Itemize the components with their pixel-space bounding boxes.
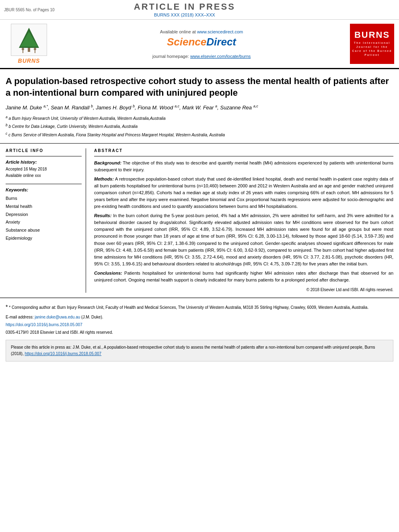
journal-ref-top: JBUR 5565 No. of Pages 10	[4, 8, 55, 12]
affiliation-c: c c Burns Service of Western Australia, …	[6, 131, 393, 138]
footer-notes: * * Corresponding author at: Burn Injury…	[0, 298, 399, 340]
abstract-conclusions: Conclusions: Patients hospitalised for u…	[94, 270, 393, 283]
header-center: Available online at www.sciencedirect.co…	[57, 24, 346, 64]
accepted-date: Accepted 16 May 2018	[6, 166, 82, 173]
affiliation-b: b b Centre for Data Linkage, Curtin Univ…	[6, 123, 393, 130]
article-in-press-title: ARTICLE IN PRESS	[55, 2, 315, 12]
keyword-anxiety: Anxiety	[6, 218, 82, 226]
results-text: In the burn cohort during the 5-year pos…	[94, 213, 393, 266]
top-banner: JBUR 5565 No. of Pages 10 ARTICLE IN PRE…	[0, 0, 399, 20]
email-line: E-mail address: janine.duke@uwa.edu.au (…	[6, 314, 393, 320]
article-main-title: A population-based retrospective cohort …	[6, 76, 393, 99]
left-column: ARTICLE INFO Article history: Accepted 1…	[6, 148, 86, 293]
abstract-heading: ABSTRACT	[94, 148, 393, 153]
corresponding-label: * Corresponding author at:	[9, 305, 56, 310]
journal-homepage: journal homepage: www.elsevier.com/locat…	[152, 54, 251, 59]
keyword-burns: Burns	[6, 195, 82, 203]
abstract-methods: Methods: A retrospective population-base…	[94, 176, 393, 210]
background-label: Background:	[94, 160, 121, 165]
burns-logo: BURNS The International Journal for the …	[350, 24, 394, 64]
star-symbol: *	[6, 304, 8, 310]
keyword-epidemiology: Epidemiology	[6, 234, 82, 242]
elsevier-logo: BURNS	[5, 24, 53, 64]
keyword-depression: Depression	[6, 211, 82, 219]
abstract-divider	[94, 156, 393, 156]
corresponding-author: * * Corresponding author at: Burn Injury…	[6, 302, 393, 312]
sciencedirect-brand: ScienceDirect	[167, 36, 236, 48]
issn-text: 0305-4179/© 2018 Elsevier Ltd and ISBI. …	[6, 329, 393, 336]
journal-homepage-link[interactable]: www.elsevier.com/locate/burns	[190, 54, 251, 59]
doi-link[interactable]: https://doi.org/10.1016/j.burns.2018.05.…	[6, 321, 393, 328]
citation-box: Please cite this article in press as: J.…	[6, 340, 393, 362]
affiliation-a: a a Burn Injury Research Unit, Universit…	[6, 115, 393, 122]
abstract-text: Background: The objective of this study …	[94, 160, 393, 293]
conclusions-text: Patients hospitalised for unintentional …	[94, 271, 393, 282]
authors: Janine M. Duke a,*, Sean M. Randall b, J…	[6, 103, 393, 111]
available-online: Available online xxx	[6, 173, 82, 179]
burns-brand-text: BURNS	[354, 30, 390, 40]
conclusions-label: Conclusions:	[94, 271, 122, 275]
affiliations: a a Burn Injury Research Unit, Universit…	[6, 115, 393, 138]
abstract-background: Background: The objective of this study …	[94, 160, 393, 173]
keyword-mental-health: Mental health	[6, 203, 82, 211]
methods-text: A retrospective population-based cohort …	[94, 177, 393, 209]
keyword-substance-abuse: Substance abuse	[6, 226, 82, 234]
results-label: Results:	[94, 213, 111, 218]
svg-marker-2	[20, 32, 38, 47]
article-history-label: Article history:	[6, 160, 82, 164]
article-info-heading: ARTICLE INFO	[6, 148, 82, 153]
methods-label: Methods:	[94, 177, 114, 181]
header-area: BURNS Available online at www.sciencedir…	[0, 20, 399, 69]
email-label: E-mail address:	[6, 315, 33, 319]
right-column: ABSTRACT Background: The objective of th…	[94, 148, 393, 293]
keywords-label: Keywords:	[6, 187, 82, 192]
sciencedirect-url[interactable]: www.sciencedirect.com	[197, 29, 243, 34]
corresponding-text: Burn Injury Research Unit, Faculty of He…	[57, 305, 368, 310]
keywords-divider	[6, 184, 82, 184]
elsevier-tree-svg	[13, 26, 45, 54]
keywords-section: Keywords: Burns Mental health Depression…	[6, 184, 82, 242]
two-col-section: ARTICLE INFO Article history: Accepted 1…	[0, 144, 399, 298]
abstract-results: Results: In the burn cohort during the 5…	[94, 212, 393, 267]
svg-point-3	[22, 48, 24, 50]
journal-ref-link[interactable]: BURNS XXX (2018) XXX–XXX	[154, 12, 215, 17]
elsevier-brand-text: BURNS	[18, 58, 40, 64]
citation-doi-link[interactable]: https://doi.org/10.1016/j.burns.2018.05.…	[25, 351, 101, 356]
email-suffix: (J.M. Duke).	[81, 315, 103, 319]
article-info-divider	[6, 156, 82, 156]
burns-subtitle: The International Journal for the Care o…	[350, 40, 394, 58]
available-online-text: Available online at www.sciencedirect.co…	[160, 29, 243, 34]
copyright: © 2018 Elsevier Ltd and ISBI. All rights…	[94, 287, 393, 293]
article-title-section: A population-based retrospective cohort …	[0, 69, 399, 144]
email-link[interactable]: janine.duke@uwa.edu.au	[35, 315, 80, 319]
svg-point-5	[34, 48, 36, 50]
article-history: Article history: Accepted 16 May 2018 Av…	[6, 160, 82, 179]
elsevier-tree-icon	[11, 24, 47, 56]
background-text: The objective of this study was to descr…	[94, 160, 393, 172]
article-in-press-banner: ARTICLE IN PRESS BURNS XXX (2018) XXX–XX…	[55, 2, 315, 18]
